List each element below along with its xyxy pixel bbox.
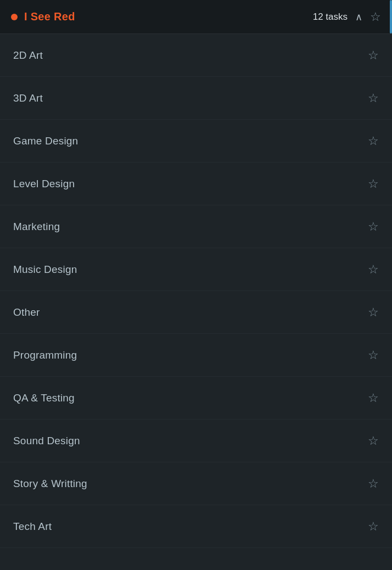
list-item-label-game-design: Game Design <box>13 135 78 147</box>
list-item-star-qa-testing[interactable]: ☆ <box>368 392 379 404</box>
list-item-game-design[interactable]: Game Design☆ <box>0 120 392 163</box>
header-right: 12 tasks ∧ ☆ <box>313 11 381 23</box>
list-item-label-other: Other <box>13 306 40 318</box>
list-item-star-story-writting[interactable]: ☆ <box>368 478 379 490</box>
list-item-star-sound-design[interactable]: ☆ <box>368 435 379 447</box>
list-item-qa-testing[interactable]: QA & Testing☆ <box>0 377 392 420</box>
list-item-star-marketing[interactable]: ☆ <box>368 221 379 233</box>
list-item-label-level-design: Level Design <box>13 178 75 190</box>
list-item-tech-art[interactable]: Tech Art☆ <box>0 505 392 548</box>
list-item-star-3d-art[interactable]: ☆ <box>368 92 379 104</box>
list-item-label-qa-testing: QA & Testing <box>13 392 75 404</box>
collapse-button[interactable]: ∧ <box>355 11 362 23</box>
list-item-other[interactable]: Other☆ <box>0 291 392 334</box>
list-item-label-story-writting: Story & Writting <box>13 478 87 490</box>
list-item-star-other[interactable]: ☆ <box>368 306 379 318</box>
list-item-star-2d-art[interactable]: ☆ <box>368 49 379 62</box>
list-item-star-level-design[interactable]: ☆ <box>368 178 379 190</box>
list-item-2d-art[interactable]: 2D Art☆ <box>0 34 392 77</box>
list-item-label-programming: Programming <box>13 349 77 361</box>
list-item-music-design[interactable]: Music Design☆ <box>0 248 392 291</box>
list-item-star-programming[interactable]: ☆ <box>368 349 379 361</box>
list-item-story-writting[interactable]: Story & Writting☆ <box>0 462 392 505</box>
header-left: I See Red <box>11 10 75 23</box>
list-item-3d-art[interactable]: 3D Art☆ <box>0 77 392 120</box>
status-dot <box>11 14 18 20</box>
list-item-label-music-design: Music Design <box>13 264 77 276</box>
header: I See Red 12 tasks ∧ ☆ <box>0 0 392 34</box>
header-star-icon[interactable]: ☆ <box>370 11 381 23</box>
scrollbar-indicator <box>390 0 392 33</box>
list-item-label-tech-art: Tech Art <box>13 521 52 533</box>
list-item-marketing[interactable]: Marketing☆ <box>0 205 392 248</box>
task-count: 12 tasks <box>313 12 348 23</box>
list-item-label-sound-design: Sound Design <box>13 435 80 447</box>
list-item-level-design[interactable]: Level Design☆ <box>0 163 392 205</box>
list-item-star-game-design[interactable]: ☆ <box>368 135 379 147</box>
list-item-star-tech-art[interactable]: ☆ <box>368 521 379 533</box>
page-title: I See Red <box>24 10 75 23</box>
app-container: I See Red 12 tasks ∧ ☆ 2D Art☆3D Art☆Gam… <box>0 0 392 548</box>
list-item-label-3d-art: 3D Art <box>13 92 43 104</box>
list-item-sound-design[interactable]: Sound Design☆ <box>0 420 392 462</box>
list-item-star-music-design[interactable]: ☆ <box>368 264 379 276</box>
list-item-programming[interactable]: Programming☆ <box>0 334 392 377</box>
list-item-label-marketing: Marketing <box>13 221 60 233</box>
category-list: 2D Art☆3D Art☆Game Design☆Level Design☆M… <box>0 34 392 548</box>
list-item-label-2d-art: 2D Art <box>13 49 43 62</box>
